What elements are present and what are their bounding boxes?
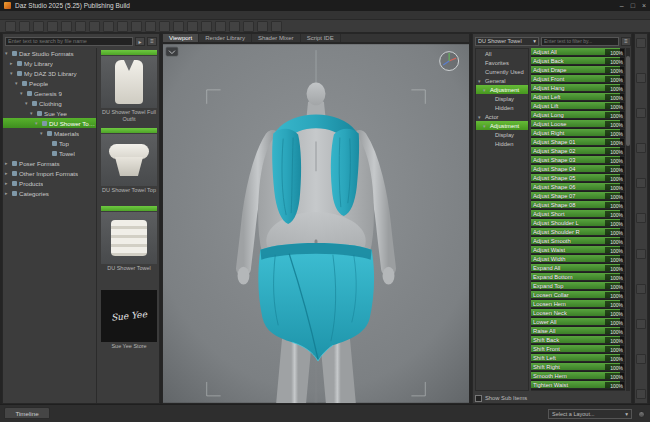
viewport-options-icon[interactable] bbox=[166, 47, 178, 56]
expander-icon[interactable]: ▾ bbox=[15, 80, 20, 86]
joint-editor-icon[interactable] bbox=[636, 249, 646, 259]
tree-item[interactable]: ▾ Daz Studio Formats bbox=[3, 48, 96, 58]
slider-value[interactable]: 100% bbox=[605, 67, 624, 73]
scale-tool-icon[interactable] bbox=[145, 21, 156, 32]
tree-item[interactable]: ▾ DU Shower Towel bbox=[3, 118, 96, 128]
slider-value[interactable]: 100% bbox=[605, 85, 624, 91]
group-item[interactable]: Display bbox=[476, 94, 528, 103]
expander-icon[interactable]: ▾ bbox=[40, 130, 45, 136]
slider-value[interactable]: 100% bbox=[605, 265, 624, 271]
slider-value[interactable]: 100% bbox=[605, 247, 624, 253]
slider-value[interactable]: 100% bbox=[605, 157, 624, 163]
slider-value[interactable]: 100% bbox=[605, 220, 624, 226]
slider-value[interactable]: 100% bbox=[605, 310, 624, 316]
parameter-slider[interactable]: Shift Right 100% bbox=[531, 363, 625, 372]
parameter-slider[interactable]: Adjust Loose 100% bbox=[531, 120, 625, 129]
expander-icon[interactable]: ▾ bbox=[25, 100, 30, 106]
asset-thumbnail[interactable] bbox=[101, 56, 157, 108]
slider-value[interactable]: 100% bbox=[605, 337, 624, 343]
viewport-tab[interactable]: Render Library bbox=[199, 34, 252, 42]
slider-value[interactable]: 100% bbox=[605, 112, 624, 118]
parameter-slider[interactable]: Adjust Hang 100% bbox=[531, 84, 625, 93]
group-item[interactable]: Display bbox=[476, 130, 528, 139]
slider-value[interactable]: 100% bbox=[605, 328, 624, 334]
parameter-slider[interactable]: Adjust Shape 08 100% bbox=[531, 201, 625, 210]
group-item[interactable]: Hidden bbox=[476, 103, 528, 112]
slider-value[interactable]: 100% bbox=[605, 373, 624, 379]
group-expander-icon[interactable]: ▾ bbox=[478, 78, 483, 84]
status-icon[interactable] bbox=[638, 411, 645, 418]
group-item[interactable]: ▾ General bbox=[476, 76, 528, 85]
parameter-slider[interactable]: Loosen Collar 100% bbox=[531, 291, 625, 300]
slider-value[interactable]: 100% bbox=[605, 355, 624, 361]
slider-value[interactable]: 100% bbox=[605, 319, 624, 325]
select-tool-icon[interactable] bbox=[636, 38, 646, 48]
expander-icon[interactable]: ▾ bbox=[20, 90, 25, 96]
pose-tool-icon[interactable] bbox=[636, 213, 646, 223]
parameter-slider[interactable]: Adjust All 100% bbox=[531, 48, 625, 57]
show-sub-items-checkbox[interactable] bbox=[475, 395, 482, 402]
maximize-button[interactable]: □ bbox=[631, 2, 635, 9]
parameter-slider[interactable]: Adjust Shape 04 100% bbox=[531, 165, 625, 174]
parameter-slider[interactable]: Raise All 100% bbox=[531, 327, 625, 336]
tree-item[interactable]: ▸ My Library bbox=[3, 58, 96, 68]
slider-value[interactable]: 100% bbox=[605, 274, 624, 280]
slider-value[interactable]: 100% bbox=[605, 94, 624, 100]
parameter-slider[interactable]: Adjust Right 100% bbox=[531, 129, 625, 138]
parameter-slider[interactable]: Adjust Back 100% bbox=[531, 57, 625, 66]
group-item[interactable]: All bbox=[476, 49, 528, 58]
parameter-slider[interactable]: Adjust Shape 07 100% bbox=[531, 192, 625, 201]
slider-value[interactable]: 100% bbox=[605, 148, 624, 154]
group-expander-icon[interactable]: ▾ bbox=[483, 87, 488, 93]
parameter-slider[interactable]: Adjust Lift 100% bbox=[531, 102, 625, 111]
viewport-tab[interactable]: Shader Mixer bbox=[252, 34, 301, 42]
filter-input[interactable] bbox=[541, 37, 619, 46]
asset-thumbnail[interactable] bbox=[101, 212, 157, 264]
group-item[interactable]: ▾ Adjustment bbox=[476, 121, 528, 130]
node-selection-icon[interactable] bbox=[89, 21, 100, 32]
view-controls-icon[interactable] bbox=[636, 319, 646, 329]
scrollbar[interactable] bbox=[626, 48, 630, 391]
parameter-slider[interactable]: Shift Front 100% bbox=[531, 345, 625, 354]
tree-item[interactable]: ▾ Materials bbox=[3, 128, 96, 138]
expander-icon[interactable]: ▸ bbox=[5, 160, 10, 166]
frame-icon[interactable] bbox=[229, 21, 240, 32]
asset-item[interactable]: Sue Yee Sue Yee Store bbox=[101, 284, 157, 356]
scrollbar-thumb[interactable] bbox=[626, 56, 630, 146]
expander-icon[interactable]: ▾ bbox=[10, 70, 15, 76]
parameter-slider[interactable]: Expand Bottom 100% bbox=[531, 273, 625, 282]
slider-value[interactable]: 100% bbox=[605, 256, 624, 262]
tree-item[interactable]: Towel bbox=[3, 148, 96, 158]
layout-dropdown[interactable]: Select a Layout... ▾ bbox=[548, 409, 632, 419]
group-item[interactable]: Currently Used bbox=[476, 67, 528, 76]
tree-item[interactable]: ▾ Genesis 9 bbox=[3, 88, 96, 98]
duplicate-icon[interactable] bbox=[61, 21, 72, 32]
slider-value[interactable]: 100% bbox=[605, 103, 624, 109]
active-pose-icon[interactable] bbox=[159, 21, 170, 32]
save-icon[interactable] bbox=[19, 21, 30, 32]
group-item[interactable]: ▾ Actor bbox=[476, 112, 528, 121]
slider-value[interactable]: 100% bbox=[605, 211, 624, 217]
slider-value[interactable]: 100% bbox=[605, 121, 624, 127]
slider-value[interactable]: 100% bbox=[605, 238, 624, 244]
group-item[interactable]: ▾ Adjustment bbox=[476, 85, 528, 94]
expander-icon[interactable]: ▸ bbox=[10, 60, 15, 66]
rotate-tool-icon[interactable] bbox=[117, 21, 128, 32]
parameter-slider[interactable]: Shift Back 100% bbox=[531, 336, 625, 345]
slider-value[interactable]: 100% bbox=[605, 229, 624, 235]
translate-tool-icon[interactable] bbox=[131, 21, 142, 32]
tree-item[interactable]: ▾ Clothing bbox=[3, 98, 96, 108]
parameter-slider[interactable]: Tighten Waist 100% bbox=[531, 381, 625, 390]
parameter-slider[interactable]: Adjust Short 100% bbox=[531, 210, 625, 219]
viewport-tab[interactable]: Viewport bbox=[163, 34, 199, 42]
parameter-slider[interactable]: Adjust Shape 02 100% bbox=[531, 147, 625, 156]
spot-render-icon[interactable] bbox=[187, 21, 198, 32]
parameter-slider[interactable]: Adjust Shape 06 100% bbox=[531, 183, 625, 192]
expander-icon[interactable]: ▸ bbox=[5, 170, 10, 176]
group-item[interactable]: Favorites bbox=[476, 58, 528, 67]
timeline-tab[interactable]: Timeline bbox=[4, 407, 50, 419]
rotate-manip-icon[interactable] bbox=[636, 108, 646, 118]
scheme-icon[interactable] bbox=[257, 21, 268, 32]
pane-options-icon[interactable]: ≡ bbox=[621, 37, 631, 46]
view-gizmo[interactable] bbox=[440, 52, 459, 71]
